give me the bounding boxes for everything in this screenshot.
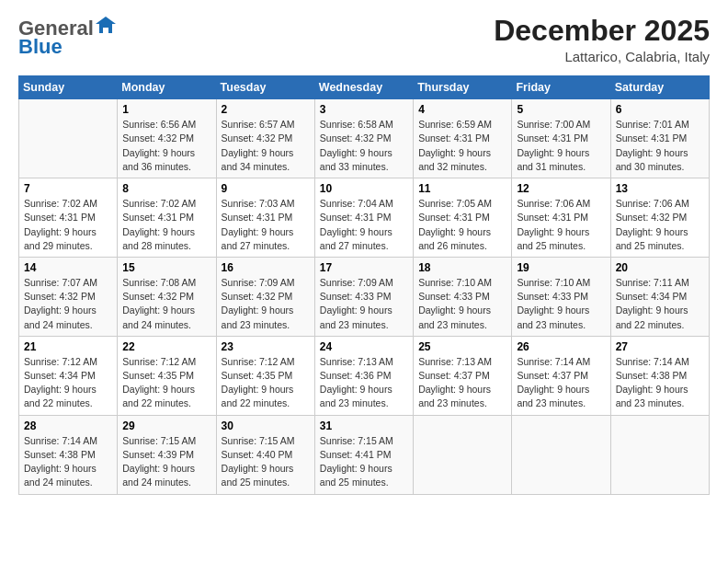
- day-cell: [610, 415, 709, 494]
- day-number: 21: [24, 340, 112, 353]
- day-cell: 30Sunrise: 7:15 AMSunset: 4:40 PMDayligh…: [216, 415, 314, 494]
- page-header: General Blue December 2025 Lattarico, Ca…: [18, 15, 710, 64]
- day-cell: 16Sunrise: 7:09 AMSunset: 4:32 PMDayligh…: [216, 257, 314, 336]
- day-info: Sunrise: 7:13 AMSunset: 4:36 PMDaylight:…: [320, 355, 408, 411]
- day-info: Sunrise: 7:01 AMSunset: 4:31 PMDaylight:…: [616, 118, 704, 174]
- weekday-header-row: SundayMondayTuesdayWednesdayThursdayFrid…: [19, 76, 710, 99]
- title-block: December 2025 Lattarico, Calabria, Italy: [494, 15, 710, 64]
- day-cell: 28Sunrise: 7:14 AMSunset: 4:38 PMDayligh…: [19, 415, 118, 494]
- day-info: Sunrise: 7:06 AMSunset: 4:32 PMDaylight:…: [616, 197, 704, 253]
- day-cell: 3Sunrise: 6:58 AMSunset: 4:32 PMDaylight…: [314, 99, 413, 178]
- day-number: 29: [122, 419, 210, 432]
- weekday-header-thursday: Thursday: [414, 76, 512, 99]
- day-info: Sunrise: 7:14 AMSunset: 4:37 PMDaylight:…: [517, 355, 605, 411]
- day-cell: 20Sunrise: 7:11 AMSunset: 4:34 PMDayligh…: [610, 257, 709, 336]
- weekday-header-wednesday: Wednesday: [314, 76, 413, 99]
- day-number: 19: [517, 261, 605, 274]
- day-cell: 13Sunrise: 7:06 AMSunset: 4:32 PMDayligh…: [610, 178, 709, 258]
- logo-blue: Blue: [18, 35, 63, 58]
- day-number: 3: [320, 103, 408, 116]
- week-row-1: 1Sunrise: 6:56 AMSunset: 4:32 PMDaylight…: [19, 99, 710, 178]
- week-row-3: 14Sunrise: 7:07 AMSunset: 4:32 PMDayligh…: [19, 257, 710, 336]
- day-number: 11: [418, 182, 506, 195]
- day-cell: 21Sunrise: 7:12 AMSunset: 4:34 PMDayligh…: [19, 336, 118, 415]
- day-cell: 23Sunrise: 7:12 AMSunset: 4:35 PMDayligh…: [216, 336, 314, 415]
- day-cell: 8Sunrise: 7:02 AMSunset: 4:31 PMDaylight…: [118, 178, 216, 258]
- day-info: Sunrise: 7:12 AMSunset: 4:35 PMDaylight:…: [122, 355, 210, 411]
- day-cell: 4Sunrise: 6:59 AMSunset: 4:31 PMDaylight…: [414, 99, 512, 178]
- day-cell: 22Sunrise: 7:12 AMSunset: 4:35 PMDayligh…: [118, 336, 216, 415]
- weekday-header-sunday: Sunday: [19, 76, 118, 99]
- day-cell: 27Sunrise: 7:14 AMSunset: 4:38 PMDayligh…: [610, 336, 709, 415]
- day-cell: 11Sunrise: 7:05 AMSunset: 4:31 PMDayligh…: [414, 178, 512, 258]
- month-title: December 2025: [494, 15, 710, 47]
- day-cell: 25Sunrise: 7:13 AMSunset: 4:37 PMDayligh…: [414, 336, 512, 415]
- day-cell: 10Sunrise: 7:04 AMSunset: 4:31 PMDayligh…: [314, 178, 413, 258]
- logo: General Blue: [18, 15, 116, 58]
- week-row-5: 28Sunrise: 7:14 AMSunset: 4:38 PMDayligh…: [19, 415, 710, 494]
- day-number: 20: [616, 261, 704, 274]
- day-info: Sunrise: 7:15 AMSunset: 4:40 PMDaylight:…: [222, 434, 310, 490]
- day-info: Sunrise: 7:05 AMSunset: 4:31 PMDaylight:…: [418, 197, 506, 253]
- weekday-header-saturday: Saturday: [610, 76, 709, 99]
- day-number: 6: [616, 103, 704, 116]
- day-info: Sunrise: 6:58 AMSunset: 4:32 PMDaylight:…: [320, 118, 408, 174]
- day-info: Sunrise: 7:14 AMSunset: 4:38 PMDaylight:…: [616, 355, 704, 411]
- day-number: 15: [122, 261, 210, 274]
- day-number: 30: [222, 419, 310, 432]
- day-number: 22: [122, 340, 210, 353]
- day-number: 26: [517, 340, 605, 353]
- day-cell: 14Sunrise: 7:07 AMSunset: 4:32 PMDayligh…: [19, 257, 118, 336]
- day-number: 16: [222, 261, 310, 274]
- week-row-4: 21Sunrise: 7:12 AMSunset: 4:34 PMDayligh…: [19, 336, 710, 415]
- day-info: Sunrise: 7:10 AMSunset: 4:33 PMDaylight:…: [418, 276, 506, 332]
- day-number: 27: [616, 340, 704, 353]
- day-cell: 5Sunrise: 7:00 AMSunset: 4:31 PMDaylight…: [512, 99, 610, 178]
- day-number: 7: [24, 182, 112, 195]
- day-info: Sunrise: 7:08 AMSunset: 4:32 PMDaylight:…: [122, 276, 210, 332]
- day-info: Sunrise: 7:15 AMSunset: 4:41 PMDaylight:…: [320, 434, 408, 490]
- day-cell: [512, 415, 610, 494]
- day-number: 4: [418, 103, 506, 116]
- day-info: Sunrise: 7:14 AMSunset: 4:38 PMDaylight:…: [24, 434, 112, 490]
- location-subtitle: Lattarico, Calabria, Italy: [494, 49, 710, 64]
- day-info: Sunrise: 7:07 AMSunset: 4:32 PMDaylight:…: [24, 276, 112, 332]
- day-info: Sunrise: 7:11 AMSunset: 4:34 PMDaylight:…: [616, 276, 704, 332]
- day-number: 17: [320, 261, 408, 274]
- day-cell: 29Sunrise: 7:15 AMSunset: 4:39 PMDayligh…: [118, 415, 216, 494]
- day-cell: 12Sunrise: 7:06 AMSunset: 4:31 PMDayligh…: [512, 178, 610, 258]
- day-info: Sunrise: 6:57 AMSunset: 4:32 PMDaylight:…: [222, 118, 310, 174]
- day-cell: 7Sunrise: 7:02 AMSunset: 4:31 PMDaylight…: [19, 178, 118, 258]
- day-number: 10: [320, 182, 408, 195]
- day-cell: 17Sunrise: 7:09 AMSunset: 4:33 PMDayligh…: [314, 257, 413, 336]
- day-number: 13: [616, 182, 704, 195]
- day-number: 24: [320, 340, 408, 353]
- day-number: 31: [320, 419, 408, 432]
- day-info: Sunrise: 7:12 AMSunset: 4:34 PMDaylight:…: [24, 355, 112, 411]
- day-cell: [19, 99, 118, 178]
- day-number: 8: [122, 182, 210, 195]
- day-cell: [414, 415, 512, 494]
- weekday-header-tuesday: Tuesday: [216, 76, 314, 99]
- day-info: Sunrise: 7:09 AMSunset: 4:33 PMDaylight:…: [320, 276, 408, 332]
- day-number: 25: [418, 340, 506, 353]
- day-number: 14: [24, 261, 112, 274]
- day-number: 5: [517, 103, 605, 116]
- day-info: Sunrise: 7:06 AMSunset: 4:31 PMDaylight:…: [517, 197, 605, 253]
- day-number: 18: [418, 261, 506, 274]
- day-number: 12: [517, 182, 605, 195]
- day-number: 28: [24, 419, 112, 432]
- day-info: Sunrise: 7:13 AMSunset: 4:37 PMDaylight:…: [418, 355, 506, 411]
- day-cell: 9Sunrise: 7:03 AMSunset: 4:31 PMDaylight…: [216, 178, 314, 258]
- page-container: General Blue December 2025 Lattarico, Ca…: [0, 0, 728, 504]
- week-row-2: 7Sunrise: 7:02 AMSunset: 4:31 PMDaylight…: [19, 178, 710, 258]
- day-info: Sunrise: 6:59 AMSunset: 4:31 PMDaylight:…: [418, 118, 506, 174]
- day-cell: 15Sunrise: 7:08 AMSunset: 4:32 PMDayligh…: [118, 257, 216, 336]
- day-cell: 24Sunrise: 7:13 AMSunset: 4:36 PMDayligh…: [314, 336, 413, 415]
- day-number: 9: [222, 182, 310, 195]
- day-info: Sunrise: 7:02 AMSunset: 4:31 PMDaylight:…: [122, 197, 210, 253]
- day-cell: 18Sunrise: 7:10 AMSunset: 4:33 PMDayligh…: [414, 257, 512, 336]
- day-info: Sunrise: 7:10 AMSunset: 4:33 PMDaylight:…: [517, 276, 605, 332]
- day-number: 23: [222, 340, 310, 353]
- logo-bird-icon: [96, 15, 116, 35]
